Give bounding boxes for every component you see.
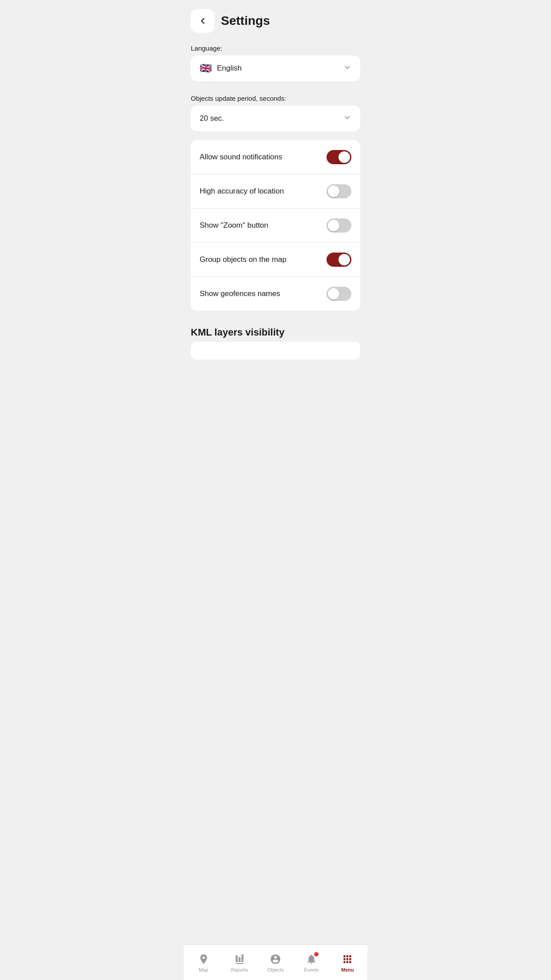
toggle-label-high-accuracy: High accuracy of location <box>200 187 284 196</box>
header: Settings <box>184 0 367 40</box>
toggle-row-show-zoom: Show "Zoom" button <box>191 208 360 242</box>
toggle-knob <box>328 220 339 231</box>
chevron-down-icon <box>343 63 351 73</box>
kml-section-label: KML layers visibility <box>184 320 367 342</box>
toggle-label-show-zoom: Show "Zoom" button <box>200 221 268 230</box>
chevron-down-icon <box>343 114 351 123</box>
update-period-value: 20 sec. <box>200 114 224 123</box>
update-period-label: Objects update period, seconds: <box>184 90 367 106</box>
language-value: English <box>217 64 242 73</box>
toggle-allow-sound[interactable] <box>327 150 351 164</box>
toggles-card: Allow sound notifications High accuracy … <box>191 140 360 311</box>
kml-card <box>191 342 360 360</box>
flag-icon: 🇬🇧 <box>200 63 212 73</box>
toggle-label-group-objects: Group objects on the map <box>200 255 287 264</box>
toggle-label-show-geofences: Show geofences names <box>200 289 280 298</box>
toggle-row-group-objects: Group objects on the map <box>191 242 360 277</box>
toggle-high-accuracy[interactable] <box>327 184 351 198</box>
toggle-knob <box>328 288 339 300</box>
toggle-row-allow-sound: Allow sound notifications <box>191 140 360 174</box>
toggle-knob <box>338 151 350 163</box>
toggle-label-allow-sound: Allow sound notifications <box>200 153 282 162</box>
toggle-row-high-accuracy: High accuracy of location <box>191 174 360 208</box>
settings-page: Settings Language: 🇬🇧 English Objects up… <box>184 0 367 395</box>
toggle-knob <box>338 254 350 265</box>
back-button[interactable] <box>191 9 215 33</box>
toggle-row-show-geofences: Show geofences names <box>191 277 360 311</box>
toggle-show-zoom[interactable] <box>327 218 351 233</box>
language-label: Language: <box>184 40 367 55</box>
update-period-dropdown[interactable]: 20 sec. <box>191 106 360 131</box>
toggle-group-objects[interactable] <box>327 253 351 267</box>
toggle-knob <box>328 186 339 197</box>
page-title: Settings <box>221 14 270 28</box>
toggle-show-geofences[interactable] <box>327 287 351 301</box>
language-dropdown[interactable]: 🇬🇧 English <box>191 55 360 81</box>
